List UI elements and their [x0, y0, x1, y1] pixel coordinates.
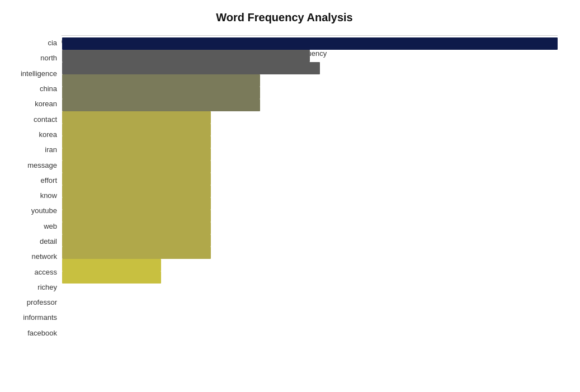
y-label: china [11, 81, 57, 96]
y-label: contact [11, 111, 57, 126]
bar [62, 222, 211, 234]
bar-row [62, 259, 558, 271]
bar [62, 50, 310, 62]
bar [62, 173, 211, 185]
bar [62, 37, 558, 50]
bar-row [62, 222, 558, 234]
bar [62, 99, 260, 111]
y-label: message [11, 157, 57, 172]
y-label: iran [11, 142, 57, 157]
y-label: facebook [11, 325, 57, 341]
bar [62, 234, 211, 247]
y-label: youtube [11, 203, 57, 218]
y-label: korean [11, 96, 57, 111]
bar [62, 197, 211, 210]
bar-row [62, 136, 558, 148]
bar [62, 210, 211, 222]
y-label: richey [11, 280, 57, 295]
y-label: north [11, 50, 57, 65]
y-label: know [11, 188, 57, 203]
bar-row [62, 234, 558, 247]
y-label: korea [11, 127, 57, 142]
bar-row [62, 173, 558, 185]
chart-container: Word Frequency Analysis cianorthintellig… [0, 0, 580, 392]
bar-row [62, 210, 558, 222]
bar-row [62, 197, 558, 210]
bar [62, 62, 320, 74]
y-label: cia [11, 35, 57, 50]
y-label: informants [11, 310, 57, 325]
bar [62, 74, 260, 87]
y-label: access [11, 264, 57, 279]
bar [62, 259, 161, 271]
y-label: web [11, 219, 57, 234]
bar-row [62, 99, 558, 111]
bar-row [62, 247, 558, 259]
bar [62, 185, 211, 197]
y-label: detail [11, 234, 57, 249]
plot-area [62, 35, 558, 36]
bar [62, 136, 211, 148]
bar-row [62, 185, 558, 197]
bar [62, 148, 211, 160]
bar [62, 87, 260, 99]
bar-row [62, 111, 558, 124]
bar-row [62, 271, 558, 284]
y-label: intelligence [11, 66, 57, 81]
bar-row [62, 62, 558, 74]
y-label: professor [11, 295, 57, 310]
bar-row [62, 50, 558, 62]
y-label: network [11, 249, 57, 264]
bar [62, 271, 161, 284]
bars-container [62, 35, 558, 40]
bar-row [62, 74, 558, 87]
bar-row [62, 37, 558, 50]
bar-row [62, 160, 558, 173]
bar-row [62, 148, 558, 160]
bar [62, 124, 211, 136]
y-axis: cianorthintelligencechinakoreancontactko… [11, 35, 62, 341]
chart-title: Word Frequency Analysis [11, 11, 558, 24]
y-label: effort [11, 173, 57, 188]
bar-row [62, 124, 558, 136]
bar-row [62, 87, 558, 99]
bar [62, 160, 211, 173]
bar [62, 247, 211, 259]
bar [62, 111, 211, 124]
